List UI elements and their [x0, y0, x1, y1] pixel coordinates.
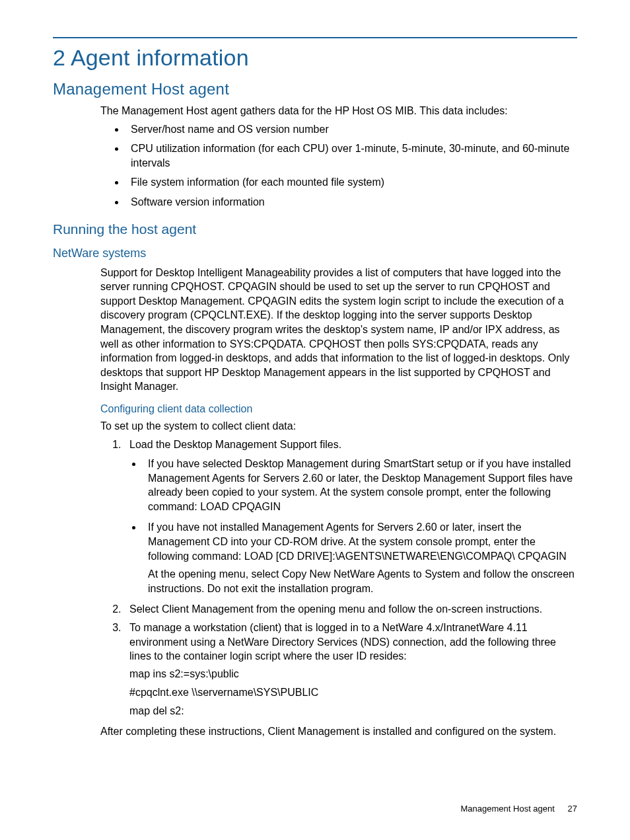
code-line-1: map ins s2:=sys:\public [129, 666, 577, 682]
list-item: If you have not installed Management Age… [143, 520, 577, 595]
configuring-steps: Load the Desktop Management Support file… [110, 438, 577, 719]
step-1b-text: If you have not installed Management Age… [148, 521, 567, 561]
footer-section: Management Host agent [461, 804, 555, 814]
closing-paragraph: After completing these instructions, Cli… [100, 724, 577, 739]
top-rule [53, 37, 577, 38]
list-item: If you have selected Desktop Management … [143, 457, 577, 514]
list-item: File system information (for each mounte… [125, 175, 577, 190]
chapter-title: 2 Agent information [53, 45, 577, 71]
step-1b-note: At the opening menu, select Copy New Net… [148, 567, 577, 595]
subsection-netware-systems: NetWare systems [53, 247, 577, 260]
step-1: Load the Desktop Management Support file… [124, 438, 577, 596]
list-item: CPU utilization information (for each CP… [125, 141, 577, 170]
subsection-configuring-client: Configuring client data collection [100, 403, 577, 415]
section-running-host-agent: Running the host agent [53, 221, 577, 237]
netware-paragraph: Support for Desktop Intelligent Manageab… [100, 266, 577, 394]
page-container: 2 Agent information Management Host agen… [0, 0, 630, 840]
list-item: Software version information [125, 195, 577, 210]
section-management-host-agent: Management Host agent [53, 80, 577, 98]
step-2: Select Client Management from the openin… [124, 602, 577, 617]
step-3: To manage a workstation (client) that is… [124, 621, 577, 719]
step-1-text: Load the Desktop Management Support file… [129, 439, 341, 450]
code-line-2: #cpqclnt.exe \\servername\SYS\PUBLIC [129, 685, 577, 701]
page-footer: Management Host agent 27 [461, 804, 577, 814]
step-1-bullets: If you have selected Desktop Management … [143, 457, 577, 595]
section1-bullet-list: Server/host name and OS version number C… [125, 122, 577, 210]
footer-page-number: 27 [568, 804, 577, 814]
code-line-3: map del s2: [129, 703, 577, 719]
step-3-text: To manage a workstation (client) that is… [129, 622, 556, 662]
list-item: Server/host name and OS version number [125, 122, 577, 137]
section1-intro: The Management Host agent gathers data f… [100, 104, 577, 118]
configuring-intro: To set up the system to collect client d… [100, 419, 577, 434]
